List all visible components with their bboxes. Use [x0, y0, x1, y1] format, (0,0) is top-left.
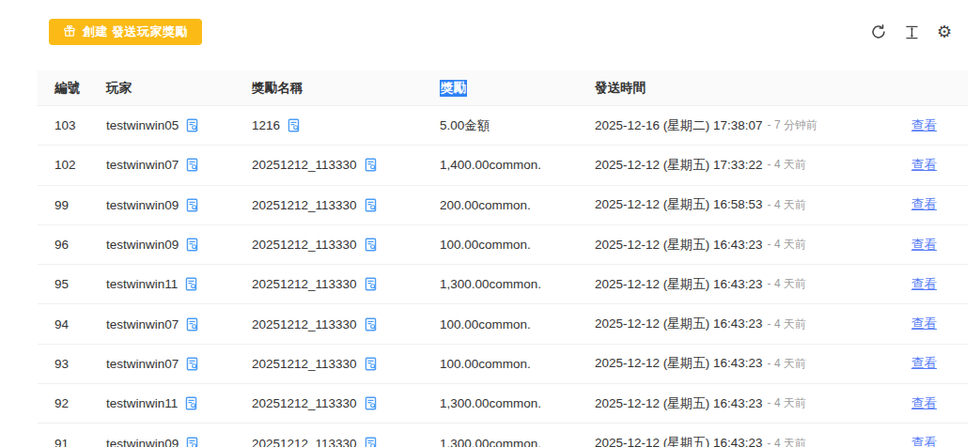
- cell-sent-time: 2025-12-12 (星期五) 16:43:23 - 4 天前: [580, 435, 900, 447]
- cell-id: 92: [38, 396, 91, 410]
- file-search-icon[interactable]: [185, 118, 199, 132]
- header-id[interactable]: 編號: [38, 80, 91, 97]
- time-ago: - 4 天前: [768, 157, 806, 173]
- cell-actions: 查看: [900, 196, 968, 213]
- cell-sent-time: 2025-12-12 (星期五) 16:43:23 - 4 天前: [580, 316, 900, 332]
- player-name: testwinwin09: [106, 198, 179, 212]
- cell-actions: 查看: [900, 117, 968, 134]
- cell-player: testwinwin09: [91, 238, 237, 252]
- cell-id: 96: [38, 238, 91, 252]
- cell-player: testwinwin07: [91, 317, 237, 331]
- file-search-icon[interactable]: [185, 317, 199, 331]
- sent-time: 2025-12-12 (星期五) 16:43:23: [595, 435, 763, 447]
- page: 創建 發送玩家獎勵 ⚙ 編號 玩家: [0, 0, 980, 447]
- cell-sent-time: 2025-12-12 (星期五) 16:43:23 - 4 天前: [580, 355, 900, 372]
- view-link[interactable]: 查看: [911, 316, 937, 332]
- file-search-icon[interactable]: [184, 396, 198, 410]
- cell-reward: 1,300.00common.: [425, 277, 580, 291]
- cell-reward: 1,300.00common.: [425, 396, 580, 410]
- player-name: testwinwin11: [106, 396, 178, 410]
- cell-id: 102: [38, 158, 91, 172]
- gift-icon: [63, 24, 76, 40]
- reward-name: 20251212_113330: [252, 238, 357, 252]
- cell-actions: 查看: [900, 157, 968, 174]
- view-link[interactable]: 查看: [911, 157, 937, 174]
- cell-reward-name: 20251212_113330: [237, 277, 425, 291]
- file-search-icon[interactable]: [364, 317, 378, 331]
- file-search-icon[interactable]: [184, 277, 198, 291]
- reload-icon[interactable]: [869, 23, 888, 41]
- view-link[interactable]: 查看: [911, 117, 937, 134]
- time-ago: - 4 天前: [768, 356, 806, 372]
- cell-sent-time: 2025-12-16 (星期二) 17:38:07 - 7 分钟前: [580, 117, 900, 134]
- cell-player: testwinwin09: [91, 198, 237, 212]
- time-ago: - 4 天前: [768, 316, 806, 332]
- cell-player: testwinwin11: [91, 277, 237, 291]
- sent-time: 2025-12-12 (星期五) 16:43:23: [595, 355, 763, 372]
- cell-reward-name: 20251212_113330: [237, 198, 425, 212]
- file-search-icon[interactable]: [185, 437, 199, 447]
- view-link[interactable]: 查看: [911, 237, 937, 254]
- reward-name: 20251212_113330: [252, 158, 357, 172]
- cell-player: testwinwin09: [91, 437, 237, 447]
- file-search-icon[interactable]: [185, 357, 199, 371]
- view-link[interactable]: 查看: [911, 355, 937, 372]
- time-ago: - 4 天前: [768, 436, 806, 447]
- file-search-icon[interactable]: [364, 198, 378, 212]
- file-search-icon[interactable]: [185, 238, 199, 252]
- cell-player: testwinwin05: [91, 118, 237, 132]
- time-ago: - 4 天前: [768, 197, 806, 213]
- cell-sent-time: 2025-12-12 (星期五) 16:43:23 - 4 天前: [580, 395, 900, 412]
- player-name: testwinwin09: [106, 238, 179, 252]
- file-search-icon[interactable]: [364, 277, 378, 291]
- reward-name: 1216: [252, 118, 280, 132]
- view-link[interactable]: 查看: [911, 435, 937, 447]
- table-header: 編號 玩家 獎勵名稱 獎勵 發送時間: [38, 70, 968, 106]
- cell-actions: 查看: [900, 435, 968, 447]
- cell-actions: 查看: [900, 237, 968, 254]
- header-sent-time[interactable]: 發送時間: [580, 80, 900, 97]
- cell-sent-time: 2025-12-12 (星期五) 16:58:53 - 4 天前: [580, 196, 900, 213]
- rewards-table: 編號 玩家 獎勵名稱 獎勵 發送時間 103 testwinwin05: [38, 70, 968, 447]
- file-search-icon[interactable]: [364, 437, 378, 447]
- file-search-icon[interactable]: [185, 198, 199, 212]
- sent-time: 2025-12-12 (星期五) 16:43:23: [595, 395, 763, 412]
- view-link[interactable]: 查看: [911, 276, 937, 293]
- cell-reward-name: 20251212_113330: [237, 158, 425, 172]
- density-icon[interactable]: [902, 23, 921, 41]
- sent-time: 2025-12-16 (星期二) 17:38:07: [595, 117, 763, 134]
- create-reward-button[interactable]: 創建 發送玩家獎勵: [49, 19, 202, 45]
- reward-name: 20251212_113330: [252, 396, 357, 410]
- file-search-icon[interactable]: [364, 396, 378, 410]
- table-row: 94 testwinwin07 20251212_113330: [38, 304, 968, 344]
- view-link[interactable]: 查看: [911, 196, 937, 213]
- file-search-icon[interactable]: [287, 118, 301, 132]
- player-name: testwinwin07: [106, 357, 179, 371]
- player-name: testwinwin11: [106, 277, 178, 291]
- view-link[interactable]: 查看: [911, 395, 937, 412]
- cell-reward-name: 20251212_113330: [237, 317, 425, 331]
- file-search-icon[interactable]: [364, 238, 378, 252]
- settings-icon[interactable]: ⚙: [935, 23, 954, 41]
- cell-sent-time: 2025-12-12 (星期五) 16:43:23 - 4 天前: [580, 237, 900, 254]
- player-name: testwinwin07: [106, 317, 179, 331]
- table-row: 93 testwinwin07 20251212_113330: [38, 345, 968, 384]
- file-search-icon[interactable]: [364, 158, 378, 172]
- cell-actions: 查看: [900, 276, 968, 293]
- table-row: 99 testwinwin09 20251212_113330: [38, 186, 968, 225]
- header-reward[interactable]: 獎勵: [425, 80, 580, 97]
- file-search-icon[interactable]: [364, 357, 378, 371]
- table-row: 103 testwinwin05 1216: [38, 106, 968, 146]
- table-row: 92 testwinwin11 20251212_113330: [38, 384, 968, 424]
- reward-name: 20251212_113330: [252, 357, 357, 371]
- cell-reward-name: 20251212_113330: [237, 396, 425, 410]
- header-player[interactable]: 玩家: [91, 80, 237, 97]
- sent-time: 2025-12-12 (星期五) 16:43:23: [595, 316, 763, 332]
- cell-id: 93: [38, 357, 91, 371]
- cell-reward: 5.00金額: [425, 117, 580, 134]
- cell-sent-time: 2025-12-12 (星期五) 17:33:22 - 4 天前: [580, 157, 900, 174]
- file-search-icon[interactable]: [185, 158, 199, 172]
- time-ago: - 4 天前: [768, 237, 806, 253]
- create-reward-label: 創建 發送玩家獎勵: [83, 23, 188, 40]
- header-reward-name[interactable]: 獎勵名稱: [237, 80, 425, 97]
